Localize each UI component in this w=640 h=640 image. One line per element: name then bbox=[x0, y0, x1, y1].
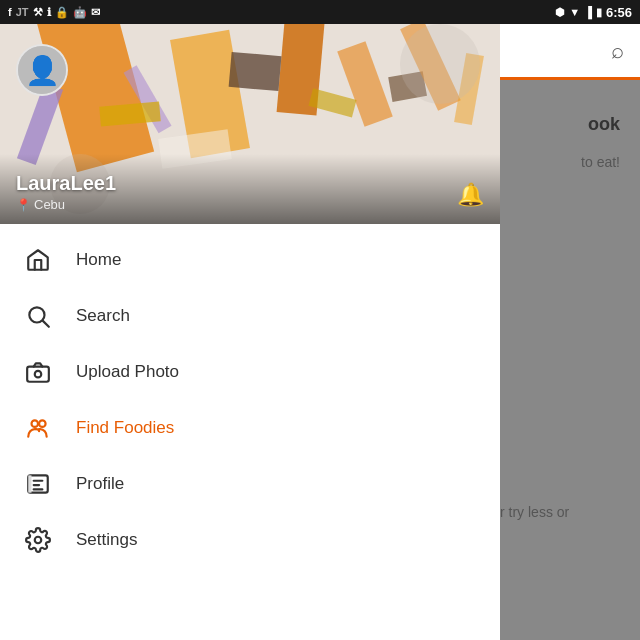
lock-icon: 🔒 bbox=[55, 6, 69, 19]
menu-item-home[interactable]: Home bbox=[0, 232, 500, 288]
menu-item-upload-photo[interactable]: Upload Photo bbox=[0, 344, 500, 400]
foodies-icon bbox=[24, 414, 52, 442]
find-foodies-label: Find Foodies bbox=[76, 418, 174, 438]
tools-icon: ⚒ bbox=[33, 6, 43, 19]
menu-item-search[interactable]: Search bbox=[0, 288, 500, 344]
bg-search-icon[interactable]: ⌕ bbox=[611, 38, 624, 64]
svg-rect-7 bbox=[229, 52, 282, 91]
time-display: 6:56 bbox=[606, 5, 632, 20]
svg-point-20 bbox=[32, 420, 39, 427]
svg-point-14 bbox=[400, 24, 480, 104]
status-bar: f JT ⚒ ℹ 🔒 🤖 ✉ ⬢ ▼ ▐ ▮ 6:56 bbox=[0, 0, 640, 24]
avatar-placeholder: 👤 bbox=[25, 54, 60, 87]
menu-list: Home Search Upload Photo bbox=[0, 224, 500, 640]
upload-photo-label: Upload Photo bbox=[76, 362, 179, 382]
profile-label: Profile bbox=[76, 474, 124, 494]
drawer-header: 👤 LauraLee1 📍 Cebu 🔔 bbox=[0, 24, 500, 224]
location-pin-icon: 📍 bbox=[16, 198, 31, 212]
signal-icon: ▐ bbox=[584, 6, 592, 18]
bg-app-name: ook bbox=[588, 114, 620, 135]
status-bar-left: f JT ⚒ ℹ 🔒 🤖 ✉ bbox=[8, 6, 100, 19]
battery-icon: ▮ bbox=[596, 6, 602, 19]
menu-item-profile[interactable]: Profile bbox=[0, 456, 500, 512]
username: LauraLee1 bbox=[16, 172, 116, 195]
wifi-icon: ▼ bbox=[569, 6, 580, 18]
svg-rect-27 bbox=[28, 475, 31, 492]
user-info: LauraLee1 📍 Cebu bbox=[16, 172, 116, 212]
settings-label: Settings bbox=[76, 530, 137, 550]
menu-item-find-foodies[interactable]: Find Foodies bbox=[0, 400, 500, 456]
bg-bottom-text: r try less or bbox=[500, 504, 640, 520]
home-icon bbox=[24, 246, 52, 274]
svg-point-19 bbox=[35, 371, 42, 378]
user-location: 📍 Cebu bbox=[16, 197, 116, 212]
svg-point-28 bbox=[35, 537, 42, 544]
camera-icon bbox=[24, 358, 52, 386]
notification-bell-icon[interactable]: 🔔 bbox=[457, 182, 484, 208]
navigation-drawer: 👤 LauraLee1 📍 Cebu 🔔 Home bbox=[0, 24, 500, 640]
android-icon: 🤖 bbox=[73, 6, 87, 19]
msg-icon: ✉ bbox=[91, 6, 100, 19]
f-icon: f bbox=[8, 6, 12, 18]
search-label: Search bbox=[76, 306, 130, 326]
svg-line-17 bbox=[43, 321, 49, 327]
jt-icon: JT bbox=[16, 6, 29, 18]
search-icon bbox=[24, 302, 52, 330]
home-label: Home bbox=[76, 250, 121, 270]
svg-rect-18 bbox=[27, 367, 49, 382]
status-bar-right: ⬢ ▼ ▐ ▮ 6:56 bbox=[555, 5, 632, 20]
settings-icon bbox=[24, 526, 52, 554]
avatar[interactable]: 👤 bbox=[16, 44, 68, 96]
svg-point-21 bbox=[39, 420, 46, 427]
menu-item-settings[interactable]: Settings bbox=[0, 512, 500, 568]
profile-icon bbox=[24, 470, 52, 498]
bg-subtitle: to eat! bbox=[581, 154, 620, 170]
info-icon: ℹ bbox=[47, 6, 51, 19]
bluetooth-icon: ⬢ bbox=[555, 6, 565, 19]
